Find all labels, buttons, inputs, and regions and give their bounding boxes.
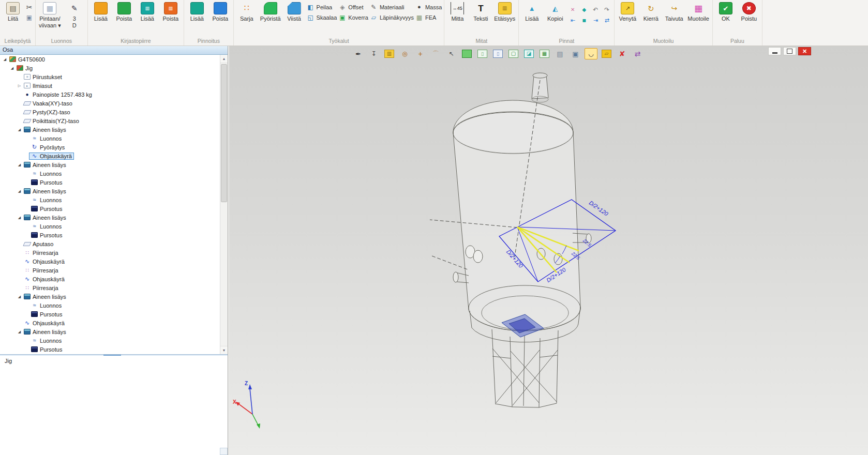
- minimize-button[interactable]: [768, 47, 781, 55]
- tree-item-luonnos[interactable]: ≈Luonnos: [0, 169, 220, 178]
- ribbon-button-peilaa[interactable]: ◧Peilaa: [307, 4, 337, 10]
- tree-item-aineen-lisays[interactable]: ◢Aineen lisäys: [0, 292, 220, 301]
- ribbon-button-face-swap[interactable]: ⇄: [602, 16, 612, 25]
- tree-item-pysty-xz-taso[interactable]: Pysty(XZ)-taso: [0, 108, 220, 116]
- vp-tool-ruler[interactable]: ▥: [383, 48, 396, 59]
- vp-tool-pin[interactable]: ✒: [352, 48, 365, 59]
- scroll-up-icon[interactable]: ▲: [220, 55, 228, 63]
- tree-scrollbar[interactable]: ▲ ▼: [220, 55, 228, 354]
- tree-item-pyoraytys[interactable]: ↻Pyöräytys: [0, 143, 220, 151]
- tree-item-luonnos[interactable]: ≈Luonnos: [0, 336, 220, 345]
- close-button[interactable]: [798, 47, 811, 55]
- vp-tool-box-b[interactable]: ▯: [491, 48, 504, 59]
- ribbon-button-fea[interactable]: ▦FEA: [415, 14, 442, 21]
- ribbon-button-lisaa[interactable]: ▥Lisää: [137, 1, 158, 23]
- tree-item-aputaso[interactable]: Aputaso: [0, 239, 220, 248]
- ribbon-button-liita[interactable]: ▤Liitä: [2, 1, 24, 23]
- tree-item-jig[interactable]: ◢Jig: [0, 64, 220, 72]
- tree-item-aineen-lisays[interactable]: ◢Aineen lisäys: [0, 187, 220, 195]
- vp-tool-plane-yellow[interactable]: ▱: [600, 48, 613, 59]
- vp-tool-pick[interactable]: ↖: [445, 48, 458, 59]
- ribbon-button-taivuta[interactable]: ↪Taivuta: [663, 1, 685, 23]
- vessel-model[interactable]: [453, 73, 591, 342]
- ribbon-button-viista[interactable]: Viistä: [283, 1, 305, 23]
- ribbon-button-mitta[interactable]: ↔45Mitta: [446, 1, 468, 23]
- tree-item-ilmiasut[interactable]: ▷▸Ilmiasut: [0, 81, 220, 90]
- ribbon-button-lisaa[interactable]: Lisää: [90, 1, 112, 23]
- tree-item-pursotus[interactable]: Pursotus: [0, 345, 220, 354]
- ribbon-button-massa[interactable]: ●Massa: [415, 4, 442, 10]
- tree-item-aineen-lisays[interactable]: ◢Aineen lisäys: [0, 213, 220, 222]
- tree-item-ohjauskayra[interactable]: ∿Ohjauskäyrä: [0, 151, 220, 160]
- ribbon-button-poista[interactable]: Poista: [113, 1, 135, 23]
- tree-item-pursotus[interactable]: Pursotus: [0, 310, 220, 318]
- tree-item-ohjauskayra[interactable]: ∿Ohjauskäyrä: [0, 318, 220, 327]
- tree-item-pursotus[interactable]: Pursotus: [0, 204, 220, 213]
- vp-tool-snap-node[interactable]: +: [414, 48, 427, 59]
- ribbon-button-offset[interactable]: ◈Offset: [338, 4, 368, 10]
- tree-item-aineen-lisays[interactable]: ◢Aineen lisäys: [0, 160, 220, 169]
- tree-item-g4t50600[interactable]: ◢G4T50600: [0, 55, 220, 64]
- ribbon-button-face-save[interactable]: ◼: [579, 16, 589, 25]
- ribbon-button-poista[interactable]: Poista: [209, 1, 231, 23]
- ribbon-button-cut[interactable]: ✂: [25, 4, 33, 10]
- vessel-legs[interactable]: [492, 329, 558, 407]
- tree-item-piirresarja[interactable]: ∷Piirresarja: [0, 283, 220, 292]
- expand-arrow-icon[interactable]: ◢: [17, 216, 22, 220]
- tree-item-poikittais-yz-taso[interactable]: Poikittais(YZ)-taso: [0, 116, 220, 125]
- ribbon-button-lapinakyvyys[interactable]: ▱Läpinäkyvyys: [370, 14, 414, 21]
- ribbon-button-face-join[interactable]: ◆: [579, 5, 589, 14]
- scrollbar-thumb[interactable]: [221, 64, 227, 202]
- tree-item-luonnos[interactable]: ≈Luonnos: [0, 222, 220, 231]
- vp-tool-box-c[interactable]: ▢: [507, 48, 520, 59]
- ribbon-button-koverra[interactable]: ▣Koverra: [338, 14, 368, 21]
- tree-item-pursotus[interactable]: Pursotus: [0, 178, 220, 187]
- expand-arrow-icon[interactable]: ◢: [17, 189, 22, 193]
- tree-item-piirustukset[interactable]: ≡Piirustukset: [0, 72, 220, 81]
- vp-tool-snap-tangent[interactable]: ⌒: [429, 48, 442, 59]
- ribbon-button-copy[interactable]: ▣: [25, 14, 33, 21]
- dim-label-1[interactable]: D/2+120: [588, 200, 610, 217]
- scroll-down-icon[interactable]: ▼: [220, 346, 228, 354]
- ribbon-button-kierra[interactable]: ↻Kierrä: [640, 1, 662, 23]
- maximize-button[interactable]: [783, 47, 796, 55]
- vp-tool-layers[interactable]: ▣: [569, 48, 582, 59]
- tree-item-luonnos[interactable]: ≈Luonnos: [0, 301, 220, 310]
- vp-tool-sheet[interactable]: ▤: [553, 48, 566, 59]
- expand-arrow-icon[interactable]: ◢: [17, 163, 22, 167]
- tree-item-aineen-lisays[interactable]: ◢Aineen lisäys: [0, 125, 220, 134]
- collapse-arrow-icon[interactable]: ▷: [17, 84, 22, 88]
- ribbon-button-lisaa[interactable]: Lisää: [186, 1, 208, 23]
- tree-item-luonnos[interactable]: ≈Luonnos: [0, 195, 220, 204]
- vp-tool-box-green[interactable]: [460, 48, 473, 59]
- ribbon-button-materiaali[interactable]: ✎Materiaali: [370, 4, 414, 10]
- ribbon-button-teksti[interactable]: TTeksti: [470, 1, 491, 23]
- tree-item-luonnos[interactable]: ≈Luonnos: [0, 134, 220, 143]
- vp-tool-snap-length[interactable]: ↧: [367, 48, 380, 59]
- ribbon-button-poista[interactable]: ▥Poista: [160, 1, 182, 23]
- ribbon-button-etaisyys[interactable]: ▥Etäisyys: [493, 1, 516, 23]
- tree-item-piirresarja[interactable]: ∷Piirresarja: [0, 266, 220, 275]
- ribbon-button-face-back[interactable]: ↶: [590, 5, 601, 14]
- ribbon-button-kopioi[interactable]: ◭Kopioi: [544, 1, 566, 23]
- ribbon-button-face-right[interactable]: ⇥: [590, 16, 601, 25]
- vp-tool-box-teal[interactable]: ◪: [522, 48, 535, 59]
- expand-arrow-icon[interactable]: ◢: [9, 66, 15, 70]
- expand-arrow-icon[interactable]: ◢: [2, 57, 8, 62]
- ribbon-button-face-fwd[interactable]: ↷: [602, 5, 612, 14]
- ribbon-button-face-cut[interactable]: ✕: [567, 5, 578, 14]
- ribbon-button-pintaan-viivaan[interactable]: ▦Pintaan/ viivaan ▾: [38, 1, 62, 30]
- ribbon-button-3-d[interactable]: ✎3 D: [64, 1, 85, 30]
- tree-item-aineen-lisays[interactable]: ◢Aineen lisäys: [0, 327, 220, 336]
- ribbon-button-sarja[interactable]: ∷Sarja: [236, 1, 258, 23]
- ribbon-button-venyta[interactable]: ↗Venytä: [617, 1, 638, 23]
- vp-tool-box-grid[interactable]: ▦: [538, 48, 551, 59]
- vp-tool-swap-arrows[interactable]: ⇄: [631, 48, 644, 59]
- tree-item-ohjauskayra[interactable]: ∿Ohjauskäyrä: [0, 275, 220, 283]
- 3d-scene[interactable]: D/2+120 D/2+120 D/2+120 22.5 22.5 X Z: [229, 46, 868, 455]
- vp-tool-curve-tool[interactable]: ◡: [585, 48, 597, 59]
- viewport-3d[interactable]: D/2+120 D/2+120 D/2+120 22.5 22.5 X Z ✒↧…: [229, 46, 868, 455]
- tree-item-vaaka-xy-taso[interactable]: Vaaka(XY)-taso: [0, 99, 220, 108]
- vp-tool-delete-red[interactable]: ✘: [616, 48, 628, 59]
- ribbon-button-pyorista[interactable]: Pyöristä: [259, 1, 282, 23]
